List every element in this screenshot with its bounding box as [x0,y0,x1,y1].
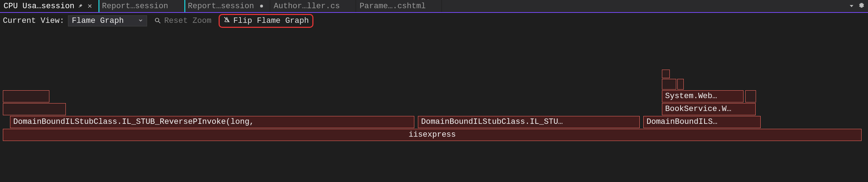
flame-frame[interactable] [3,90,49,102]
reset-zoom-label: Reset Zoom [164,16,211,25]
flame-label: DomainBoundILS… [647,117,717,126]
tab-accent [184,0,185,12]
magnifier-icon [154,17,161,24]
flame-label: DomainBoundILStubClass.IL_STUB_ReversePI… [13,117,254,126]
close-icon[interactable] [87,3,93,9]
flip-flame-graph-button[interactable]: Flip Flame Graph [219,14,313,28]
flame-frame-domainbound-2[interactable]: DomainBoundILStubClass.IL_STU… [418,116,640,128]
flame-frame[interactable] [662,79,676,90]
flame-frame-domainbound-3[interactable]: DomainBoundILS… [643,116,761,128]
toolbar: Current View: Flame Graph Reset Zoom Fli… [0,13,868,29]
flame-graph[interactable]: System.Web… BookService.W… DomainBoundIL… [3,70,865,173]
tab-label: Report…session [188,2,255,11]
flame-frame-root[interactable]: iisexpress [3,129,862,141]
tab-label: Author…ller.cs [274,2,351,11]
dirty-indicator-icon [258,3,265,9]
pin-icon[interactable] [77,3,84,9]
flip-icon [223,16,230,26]
gear-icon[interactable] [859,2,864,11]
flame-frame-bookservice[interactable]: BookService.W… [662,103,756,115]
dropdown-value: Flame Graph [72,16,124,25]
tab-accent [98,0,99,12]
reset-zoom-button[interactable]: Reset Zoom [151,15,215,26]
flame-frame[interactable] [662,70,670,78]
svg-point-0 [155,18,159,22]
tab-label: Report…session [102,2,179,11]
flame-label: System.Web… [665,92,717,101]
tab-author-controller[interactable]: Author…ller.cs [270,0,356,12]
chevron-down-icon [138,16,143,25]
current-view-label: Current View: [3,16,64,25]
tab-report-session-1[interactable]: Report…session [98,0,184,12]
flame-frame-domainbound-1[interactable]: DomainBoundILStubClass.IL_STUB_ReversePI… [10,116,414,128]
flame-label: BookService.W… [665,105,731,113]
flame-label: iisexpress [409,130,456,139]
tab-overflow-icon[interactable] [849,2,854,11]
view-dropdown[interactable]: Flame Graph [68,15,147,26]
flame-label: DomainBoundILStubClass.IL_STU… [421,117,563,126]
flame-frame[interactable] [3,103,66,115]
tab-cpu-usage-session[interactable]: CPU Usa…session [0,0,98,12]
tab-parameters-cshtml[interactable]: Parame….cshtml [356,0,442,12]
flip-label: Flip Flame Graph [233,16,309,25]
tab-bar: CPU Usa…session Report…session Report…se… [0,0,868,13]
tab-label: Parame….cshtml [360,2,437,11]
flame-frame-system-web[interactable]: System.Web… [662,90,743,102]
tab-report-session-2[interactable]: Report…session [184,0,270,12]
flame-frame[interactable] [745,90,756,102]
tabbar-right-controls [846,0,868,12]
flame-frame[interactable] [677,79,684,90]
tab-label: CPU Usa…session [4,2,74,11]
